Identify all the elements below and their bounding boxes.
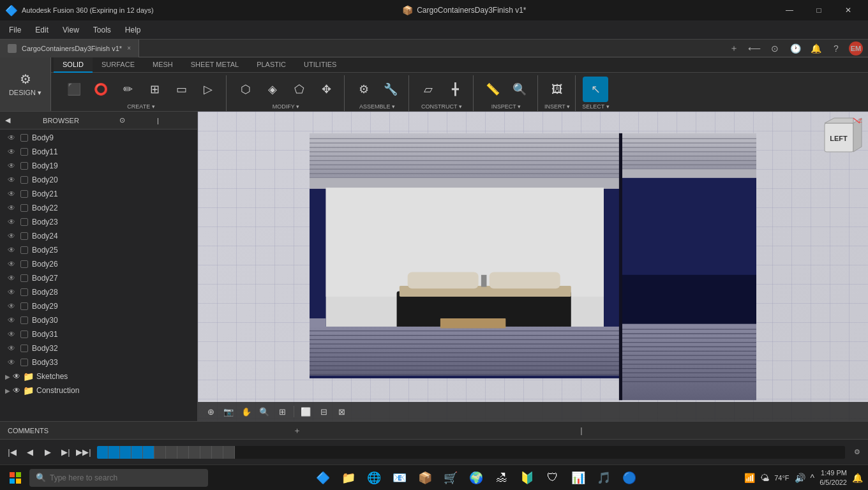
visibility-icon-body33[interactable]: 👁 bbox=[8, 358, 17, 367]
vp-zoom-in-button[interactable]: 🔍 bbox=[257, 404, 272, 419]
visibility-icon-body21[interactable]: 👁 bbox=[8, 189, 17, 198]
visibility-icon-body28[interactable]: 👁 bbox=[8, 288, 17, 297]
taskbar-icon-3[interactable]: 🌐 bbox=[364, 468, 384, 488]
notifications-button[interactable]: 🔔 bbox=[808, 41, 823, 56]
insert-label[interactable]: INSERT ▾ bbox=[544, 103, 570, 110]
vp-grid-button[interactable]: ⊟ bbox=[316, 404, 331, 419]
tab-plastic[interactable]: PLASTIC bbox=[248, 57, 295, 73]
visibility-icon-body30[interactable]: 👁 bbox=[8, 316, 17, 325]
browser-folder-sketches[interactable]: ▶ 👁 📁 Sketches bbox=[0, 369, 197, 383]
menu-item-view[interactable]: View bbox=[56, 23, 86, 37]
browser-item-body11[interactable]: 👁 Body11 bbox=[0, 145, 197, 159]
checkbox-body26[interactable] bbox=[20, 260, 28, 268]
fillet-button[interactable]: ⬡ bbox=[233, 77, 258, 102]
measure-button[interactable]: 📏 bbox=[480, 77, 505, 102]
interference-button[interactable]: 🔍 bbox=[507, 77, 532, 102]
timeline-settings-button[interactable]: ⚙ bbox=[851, 448, 863, 456]
notification-icon[interactable]: 🔔 bbox=[852, 473, 863, 483]
sketch-button[interactable]: ✏ bbox=[115, 77, 140, 102]
menu-item-file[interactable]: File bbox=[3, 23, 27, 37]
network-icon[interactable]: 📶 bbox=[744, 473, 755, 483]
windows-start-button[interactable] bbox=[5, 468, 26, 488]
search-input[interactable] bbox=[50, 473, 190, 482]
assemble-more-button[interactable]: 🔧 bbox=[378, 77, 403, 102]
extrude-button[interactable]: ⬛ bbox=[61, 77, 87, 102]
user-icon[interactable]: EM bbox=[849, 41, 863, 56]
add-tab-button[interactable]: ＋ bbox=[726, 41, 742, 56]
box-button[interactable]: ▭ bbox=[168, 77, 194, 102]
tab-mesh[interactable]: MESH bbox=[144, 57, 182, 73]
browser-item-body22[interactable]: 👁 Body22 bbox=[0, 201, 197, 215]
vp-origin-button[interactable]: ⊕ bbox=[203, 404, 218, 419]
vp-camera-button[interactable]: 📷 bbox=[221, 404, 236, 419]
design-dropdown-button[interactable]: ⚙ DESIGN ▾ bbox=[0, 57, 51, 111]
visibility-icon-body20[interactable]: 👁 bbox=[8, 175, 17, 184]
checkbox-body31[interactable] bbox=[20, 330, 28, 338]
browser-item-body25[interactable]: 👁 Body25 bbox=[0, 243, 197, 257]
menu-item-tools[interactable]: Tools bbox=[87, 23, 117, 37]
file-tab[interactable]: CargoContainersDay3Finish v1* × bbox=[0, 40, 139, 57]
visibility-icon-body29[interactable]: 👁 bbox=[8, 302, 17, 311]
help-button[interactable]: ? bbox=[828, 41, 844, 56]
timeline-next-button[interactable]: ▶| bbox=[59, 445, 73, 459]
assemble-label[interactable]: ASSEMBLE ▾ bbox=[359, 103, 395, 110]
taskbar-icon-9[interactable]: 🔰 bbox=[517, 468, 537, 488]
checkbox-body28[interactable] bbox=[20, 288, 28, 296]
taskbar-icon-5[interactable]: 📦 bbox=[415, 468, 435, 488]
browser-menu-button[interactable]: | bbox=[157, 117, 192, 124]
timeline-start-button[interactable]: |◀ bbox=[5, 445, 19, 459]
vp-display-button[interactable]: ⬜ bbox=[298, 404, 313, 419]
comments-add-button[interactable]: ＋ bbox=[293, 425, 573, 436]
inspect-label[interactable]: INSPECT ▾ bbox=[491, 103, 521, 110]
create-label[interactable]: CREATE ▾ bbox=[127, 103, 154, 110]
nav-back-button[interactable]: ⟵ bbox=[747, 41, 762, 56]
visibility-icon-body32[interactable]: 👁 bbox=[8, 344, 17, 353]
browser-collapse-button[interactable]: ⊙ bbox=[119, 116, 154, 124]
browser-item-body9[interactable]: 👁 Body9 bbox=[0, 131, 197, 145]
checkbox-body25[interactable] bbox=[20, 246, 28, 254]
visibility-icon-body22[interactable]: 👁 bbox=[8, 204, 17, 212]
checkbox-body22[interactable] bbox=[20, 204, 28, 212]
revolve-button[interactable]: ⭕ bbox=[88, 77, 114, 102]
browser-item-body20[interactable]: 👁 Body20 bbox=[0, 173, 197, 187]
browser-item-body30[interactable]: 👁 Body30 bbox=[0, 313, 197, 327]
construct-label[interactable]: CONSTRUCT ▾ bbox=[421, 103, 462, 110]
browser-item-body19[interactable]: 👁 Body19 bbox=[0, 159, 197, 173]
timeline-play-button[interactable]: ▶ bbox=[41, 445, 55, 459]
timeline-end-button[interactable]: ▶▶| bbox=[77, 445, 91, 459]
checkbox-body33[interactable] bbox=[20, 359, 28, 366]
checkbox-body21[interactable] bbox=[20, 190, 28, 198]
visibility-icon-body27[interactable]: 👁 bbox=[8, 274, 17, 283]
chevron-icon[interactable]: ^ bbox=[811, 473, 815, 483]
insert-img-button[interactable]: 🖼 bbox=[544, 77, 570, 102]
checkbox-body19[interactable] bbox=[20, 162, 28, 170]
joint-button[interactable]: ⚙ bbox=[351, 77, 377, 102]
taskbar-icon-13[interactable]: 🔵 bbox=[619, 468, 640, 488]
browser-item-body31[interactable]: 👁 Body31 bbox=[0, 327, 197, 341]
tab-utilities[interactable]: UTILITIES bbox=[295, 57, 345, 73]
visibility-icon-body26[interactable]: 👁 bbox=[8, 260, 17, 269]
taskbar-icon-8[interactable]: 🏖 bbox=[491, 468, 512, 488]
visibility-icon-body24[interactable]: 👁 bbox=[8, 232, 17, 241]
browser-folder-construction[interactable]: ▶ 👁 📁 Construction bbox=[0, 383, 197, 397]
create-more-button[interactable]: ▷ bbox=[195, 77, 221, 102]
close-button[interactable]: ✕ bbox=[834, 0, 863, 20]
visibility-icon-body23[interactable]: 👁 bbox=[8, 218, 17, 226]
taskbar-icon-1[interactable]: 🔷 bbox=[313, 468, 333, 488]
modify-label[interactable]: MODIFY ▾ bbox=[273, 103, 299, 110]
checkbox-body9[interactable] bbox=[20, 134, 28, 142]
checkbox-body24[interactable] bbox=[20, 232, 28, 240]
checkbox-body32[interactable] bbox=[20, 345, 28, 352]
search-bar[interactable]: 🔍 bbox=[29, 469, 208, 487]
menu-item-help[interactable]: Help bbox=[119, 23, 147, 37]
browser-item-body28[interactable]: 👁 Body28 bbox=[0, 285, 197, 299]
volume-icon[interactable]: 🔊 bbox=[795, 473, 805, 483]
checkbox-body20[interactable] bbox=[20, 176, 28, 184]
checkbox-body23[interactable] bbox=[20, 218, 28, 226]
plane-button[interactable]: ▱ bbox=[415, 77, 441, 102]
comments-panel-toggle[interactable]: | bbox=[580, 426, 860, 435]
nav-home-button[interactable]: ⊙ bbox=[767, 41, 782, 56]
checkbox-body30[interactable] bbox=[20, 316, 28, 324]
visibility-icon-body11[interactable]: 👁 bbox=[8, 147, 17, 156]
pattern-button[interactable]: ⊞ bbox=[142, 77, 167, 102]
